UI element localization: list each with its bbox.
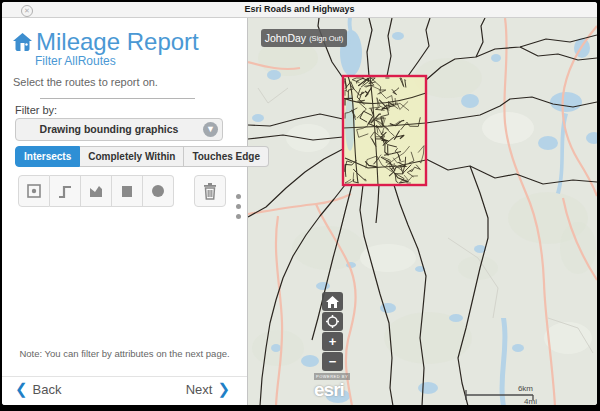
page-subtitle: Filter AllRoutes: [35, 54, 116, 68]
titlebar: ✕ Esri Roads and Highways: [2, 2, 597, 18]
esri-brand: esri: [314, 379, 344, 400]
note-text: Note: You can filter by attributes on th…: [2, 348, 247, 359]
home-icon: [326, 296, 339, 308]
filter-by-label: Filter by:: [15, 104, 57, 116]
window-title: Esri Roads and Highways: [2, 4, 597, 14]
tab-completely-within[interactable]: Completely Within: [80, 146, 184, 167]
draw-point-button[interactable]: [18, 175, 50, 207]
draw-polygon-button[interactable]: [81, 175, 112, 207]
map-controls: + −: [322, 292, 343, 372]
back-arrow-icon: ❮: [10, 380, 33, 398]
spatial-relation-tabs: Intersects Completely Within Touches Edg…: [15, 146, 269, 167]
basemap[interactable]: [248, 18, 597, 405]
filter-method-dropdown[interactable]: Drawing bounding graphics ▼: [15, 118, 223, 141]
tab-touches-edge[interactable]: Touches Edge: [184, 146, 269, 167]
user-sign-out-button[interactable]: JohnDay (Sign Out): [261, 29, 347, 47]
polygon-icon: [87, 182, 105, 200]
panel-resize-handle[interactable]: [236, 194, 242, 224]
draw-circle-button[interactable]: [143, 175, 174, 207]
tab-intersects[interactable]: Intersects: [15, 146, 80, 167]
esri-logo: POWERED BY esri: [314, 364, 350, 400]
back-button[interactable]: ❮ Back: [10, 380, 61, 398]
map-canvas[interactable]: [248, 18, 597, 405]
page-title: Mileage Report: [36, 28, 199, 56]
zoom-in-button[interactable]: +: [322, 332, 343, 351]
draw-toolbar: [18, 175, 226, 207]
clear-graphics-button[interactable]: [194, 175, 226, 207]
scale-km-label: 6km: [518, 384, 533, 393]
polyline-icon: [56, 182, 74, 200]
divider: [40, 98, 195, 99]
app-window: ✕ Esri Roads and Highways: [2, 2, 597, 405]
next-arrow-icon: ❯: [212, 380, 235, 398]
scale-mi-label: 4mi: [524, 397, 537, 405]
trash-icon: [201, 182, 219, 200]
page-title-row: Mileage Report: [13, 28, 199, 56]
next-label: Next: [186, 382, 213, 397]
scale-bar: 6km 4mi: [465, 383, 540, 405]
wizard-navbar: ❮ Back Next ❯: [2, 376, 247, 405]
rectangle-icon: [118, 182, 136, 200]
draw-rectangle-button[interactable]: [112, 175, 143, 207]
home-house-icon: [13, 33, 32, 51]
next-button[interactable]: Next ❯: [186, 380, 235, 398]
chevron-down-icon: ▼: [203, 122, 218, 137]
sign-out-label: (Sign Out): [309, 34, 343, 43]
locate-icon: [326, 315, 339, 328]
dropdown-value: Drawing bounding graphics: [16, 123, 202, 135]
point-icon: [25, 182, 43, 200]
back-label: Back: [33, 382, 62, 397]
user-name: JohnDay: [265, 32, 306, 44]
filter-panel: Mileage Report Filter AllRoutes Select t…: [2, 18, 248, 405]
instruction-text: Select the routes to report on.: [13, 76, 158, 88]
draw-polyline-button[interactable]: [50, 175, 81, 207]
circle-icon: [149, 182, 167, 200]
locate-button[interactable]: [322, 312, 343, 331]
home-button[interactable]: [322, 292, 343, 311]
